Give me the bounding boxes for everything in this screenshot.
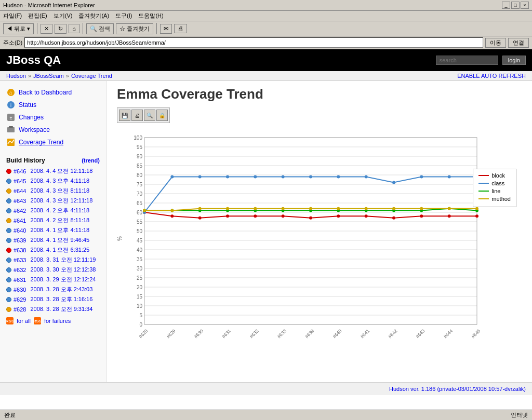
- chart-legend: block class line method: [473, 169, 516, 207]
- build-number-link[interactable]: #639: [14, 237, 26, 243]
- sidebar-item-dashboard[interactable]: ⌂ Back to Dashboard: [0, 86, 106, 99]
- mail-button[interactable]: ✉: [160, 24, 172, 34]
- build-date-link[interactable]: 2008. 4. 3 오후 4:11:18: [30, 177, 89, 185]
- chart-container: % 05101520253035404550556065707580859095…: [117, 127, 522, 350]
- chart-toolbar: 💾 🖨 🔍 🔒: [117, 107, 170, 123]
- build-number-link[interactable]: #629: [14, 296, 26, 303]
- build-number-link[interactable]: #645: [14, 178, 26, 184]
- close-button[interactable]: ×: [521, 2, 529, 9]
- svg-text:#640: #640: [332, 328, 343, 339]
- build-status-dot: [6, 228, 11, 233]
- build-number-link[interactable]: #632: [14, 267, 26, 273]
- address-input[interactable]: [24, 37, 483, 48]
- svg-text:#643: #643: [415, 328, 426, 339]
- menu-view[interactable]: 보기(V): [54, 12, 73, 20]
- favorites-toolbar-button[interactable]: ☆ 즐겨찾기: [116, 23, 153, 34]
- build-date-link[interactable]: 2008. 4. 3 오전 12:11:18: [30, 197, 92, 205]
- trend-link[interactable]: (trend): [82, 157, 100, 164]
- build-list: #6462008. 4. 4 오전 12:11:18#6452008. 4. 3…: [0, 166, 106, 314]
- link-button[interactable]: 연결: [508, 38, 529, 48]
- build-number-link[interactable]: #628: [14, 306, 26, 313]
- sidebar-link-status[interactable]: Status: [19, 101, 36, 109]
- chart-save-button[interactable]: 💾: [119, 110, 130, 121]
- build-status-dot: [6, 287, 11, 292]
- sidebar-item-changes[interactable]: ± Changes: [0, 111, 106, 124]
- print-button[interactable]: 🖨: [174, 24, 187, 33]
- build-date-link[interactable]: 2008. 3. 28 오후 1:16:16: [30, 295, 92, 303]
- menu-edit[interactable]: 편집(E): [28, 12, 47, 20]
- build-date-link[interactable]: 2008. 4. 4 오전 12:11:18: [30, 167, 92, 175]
- menu-help[interactable]: 도움말(H): [138, 12, 163, 20]
- chart-svg: 0510152025303540455055606570758085909510…: [124, 127, 498, 350]
- build-list-item: #6462008. 4. 4 오전 12:11:18: [0, 166, 106, 176]
- build-number-link[interactable]: #643: [14, 198, 26, 204]
- chart-print-button[interactable]: 🖨: [131, 110, 143, 121]
- search-input[interactable]: [436, 56, 498, 65]
- search-toolbar-button[interactable]: 🔍 검색: [86, 23, 114, 34]
- svg-point-116: [475, 207, 478, 210]
- refresh-button[interactable]: ↻: [55, 24, 66, 34]
- menu-tools[interactable]: 도구(I): [115, 12, 132, 20]
- svg-point-111: [337, 207, 340, 210]
- go-button[interactable]: 이동: [485, 38, 506, 48]
- rss-failures-link[interactable]: for failures: [44, 318, 71, 324]
- menu-favorites[interactable]: 즐겨찾기(A): [78, 12, 109, 20]
- build-date-link[interactable]: 2008. 4. 3 오전 8:11:18: [30, 187, 89, 195]
- build-date-link[interactable]: 2008. 3. 30 오전 12:12:38: [30, 266, 96, 274]
- browser-title: Hudson - Microsoft Internet Explorer: [3, 2, 95, 8]
- build-date-link[interactable]: 2008. 4. 1 오후 4:11:18: [30, 226, 89, 234]
- svg-text:±: ±: [10, 115, 12, 120]
- login-button[interactable]: login: [502, 56, 526, 65]
- rss-all-link[interactable]: for all: [17, 318, 31, 324]
- back-button[interactable]: ◀ 뒤로 ▾: [3, 23, 34, 34]
- footer-version-link[interactable]: Hudson ver. 1.186 (private-03/01/2008 10…: [389, 386, 526, 392]
- legend-line-method: [478, 198, 489, 199]
- enable-auto-refresh-link[interactable]: ENABLE AUTO REFRESH: [457, 73, 526, 79]
- build-date-link[interactable]: 2008. 3. 31 오전 12:11:19: [30, 256, 96, 264]
- auto-refresh-bar: Hudson » JBossSeam » Coverage Trend ENAB…: [0, 71, 532, 81]
- build-number-link[interactable]: #633: [14, 257, 26, 263]
- sidebar-item-coverage[interactable]: Coverage Trend: [0, 136, 106, 148]
- build-number-link[interactable]: #641: [14, 218, 26, 224]
- build-status-dot: [6, 307, 11, 312]
- svg-text:50: 50: [137, 228, 143, 234]
- build-date-link[interactable]: 2008. 4. 2 오후 4:11:18: [30, 207, 89, 214]
- svg-text:80: 80: [137, 172, 143, 178]
- sidebar-item-workspace[interactable]: Workspace: [0, 124, 106, 136]
- build-date-link[interactable]: 2008. 4. 1 오전 9:46:45: [30, 236, 89, 244]
- build-number-link[interactable]: #631: [14, 277, 26, 283]
- breadcrumb-coverage-trend[interactable]: Coverage Trend: [71, 73, 112, 79]
- build-number-link[interactable]: #640: [14, 227, 26, 234]
- build-number-link[interactable]: #630: [14, 287, 26, 293]
- build-number-link[interactable]: #642: [14, 208, 26, 214]
- chart-zoom-button[interactable]: 🔍: [144, 110, 155, 121]
- sidebar-link-workspace[interactable]: Workspace: [19, 126, 50, 133]
- stop-button[interactable]: ✕: [41, 24, 52, 34]
- menu-file[interactable]: 파일(F): [3, 12, 22, 20]
- chart-pan-button[interactable]: 🔒: [156, 110, 168, 121]
- toolbar-separator: [37, 23, 37, 34]
- svg-text:70: 70: [137, 191, 143, 197]
- sidebar-link-changes[interactable]: Changes: [19, 114, 44, 121]
- build-status-dot: [6, 179, 11, 184]
- window-controls[interactable]: _ □ ×: [502, 2, 529, 9]
- build-date-link[interactable]: 2008. 3. 28 오전 9:31:34: [30, 305, 92, 313]
- restore-button[interactable]: □: [511, 2, 520, 9]
- sidebar-link-coverage[interactable]: Coverage Trend: [19, 139, 63, 146]
- build-date-link[interactable]: 2008. 3. 28 오후 2:43:03: [30, 286, 92, 293]
- sidebar-link-dashboard[interactable]: Back to Dashboard: [19, 89, 72, 96]
- home-button[interactable]: ⌂: [69, 24, 79, 33]
- build-date-link[interactable]: 2008. 3. 29 오전 12:12:24: [30, 276, 96, 283]
- sidebar-item-status[interactable]: i Status: [0, 99, 106, 111]
- build-date-link[interactable]: 2008. 4. 2 오전 8:11:18: [30, 216, 89, 224]
- minimize-button[interactable]: _: [502, 2, 510, 9]
- build-number-link[interactable]: #646: [14, 168, 26, 174]
- breadcrumb-jbossseam[interactable]: JBossSeam: [33, 73, 64, 79]
- breadcrumb-hudson[interactable]: Hudson: [6, 73, 26, 79]
- svg-text:#628: #628: [138, 328, 149, 339]
- build-number-link[interactable]: #644: [14, 188, 26, 194]
- build-status-dot: [6, 258, 11, 263]
- build-number-link[interactable]: #638: [14, 247, 26, 253]
- svg-text:10: 10: [137, 303, 143, 309]
- build-date-link[interactable]: 2008. 4. 1 오전 6:31:25: [30, 246, 89, 254]
